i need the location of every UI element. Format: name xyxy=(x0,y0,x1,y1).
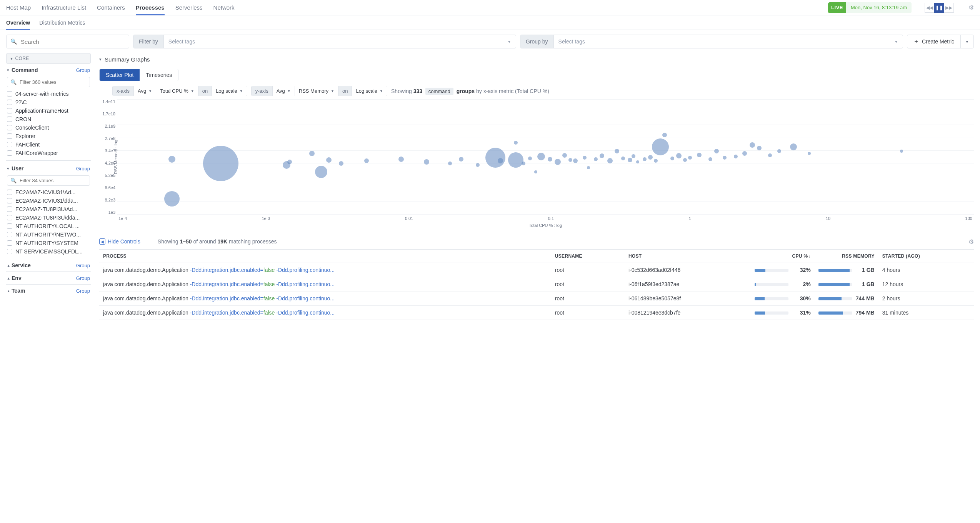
x-metric-select[interactable]: Total CPU %▼ xyxy=(156,86,198,96)
step-forward-button[interactable]: ▶▶ xyxy=(944,3,954,13)
col-started[interactable]: STARTED (AGO) xyxy=(878,250,974,263)
scatter-point[interactable] xyxy=(654,159,658,163)
scatter-point[interactable] xyxy=(670,157,674,160)
checkbox[interactable] xyxy=(7,232,12,237)
col-cpu[interactable]: CPU %↓ xyxy=(751,250,815,263)
scatter-point[interactable] xyxy=(750,142,755,148)
checkbox[interactable] xyxy=(7,207,12,212)
command-tag[interactable]: command xyxy=(425,88,453,95)
create-metric-main[interactable]: ＋ Create Metric xyxy=(907,35,960,48)
scatter-point[interactable] xyxy=(583,156,587,160)
chart-tab-timeseries[interactable]: Timeseries xyxy=(140,69,178,81)
facet-user-header[interactable]: ▾ User Group xyxy=(6,162,91,175)
top-tab-host-map[interactable]: Host Map xyxy=(6,0,31,15)
col-host[interactable]: HOST xyxy=(625,250,751,263)
scatter-point[interactable] xyxy=(573,158,578,163)
col-rss[interactable]: RSS MEMORY xyxy=(815,250,878,263)
settings-gear-icon[interactable]: ⚙ xyxy=(968,4,974,11)
facet-service-header[interactable]: ▸ServiceGroup xyxy=(6,259,91,271)
y-agg-select[interactable]: Avg▼ xyxy=(272,86,295,96)
facet-command-item[interactable]: CRON xyxy=(7,115,90,123)
scatter-point[interactable] xyxy=(514,141,518,145)
checkbox[interactable] xyxy=(7,108,12,113)
facet-user-item[interactable]: NT AUTHORITY\SYSTEM xyxy=(7,239,90,247)
scatter-point[interactable] xyxy=(742,151,747,156)
scatter-point[interactable] xyxy=(168,156,175,163)
scatter-point[interactable] xyxy=(662,133,667,137)
step-back-button[interactable]: ◀◀ xyxy=(925,3,935,13)
checkbox[interactable] xyxy=(7,133,12,139)
scatter-point[interactable] xyxy=(287,160,292,164)
checkbox[interactable] xyxy=(7,100,12,105)
scatter-point[interactable] xyxy=(628,158,632,162)
table-settings-gear-icon[interactable]: ⚙ xyxy=(968,238,974,245)
scatter-point[interactable] xyxy=(548,157,552,162)
facet-team-header[interactable]: ▸TeamGroup xyxy=(6,284,91,297)
scatter-point[interactable] xyxy=(757,146,762,150)
scatter-point[interactable] xyxy=(315,166,327,178)
scatter-point[interactable] xyxy=(636,160,639,163)
pause-button[interactable]: ❚❚ xyxy=(934,3,944,13)
col-username[interactable]: USERNAME xyxy=(551,250,625,263)
scatter-point[interactable] xyxy=(600,153,604,158)
top-tab-serverless[interactable]: Serverless xyxy=(175,0,203,15)
scatter-point[interactable] xyxy=(688,156,692,160)
hide-controls-button[interactable]: ◀ Hide Controls xyxy=(99,238,140,245)
create-metric-dropdown[interactable]: ▼ xyxy=(960,35,973,48)
top-tab-network[interactable]: Network xyxy=(213,0,235,15)
checkbox[interactable] xyxy=(7,190,12,195)
group-by-select[interactable]: Select tags▼ xyxy=(554,35,903,48)
facet-user-item[interactable]: NT AUTHORITY\LOCAL ... xyxy=(7,222,90,230)
scatter-point[interactable] xyxy=(683,158,687,162)
facet-command-filter[interactable]: 🔍 xyxy=(7,77,90,87)
scatter-point[interactable] xyxy=(697,153,702,157)
col-process[interactable]: PROCESS xyxy=(99,250,551,263)
scatter-point[interactable] xyxy=(534,170,537,173)
facet-user-item[interactable]: NT SERVICE\MSSQLFDL... xyxy=(7,247,90,256)
scatter-point[interactable] xyxy=(900,150,903,153)
facet-user-item[interactable]: EC2AMAZ-ICVIU31\Ad... xyxy=(7,188,90,197)
checkbox[interactable] xyxy=(7,117,12,122)
facet-user-item[interactable]: NT AUTHORITY\NETWO... xyxy=(7,230,90,239)
scatter-point[interactable] xyxy=(632,154,635,158)
facet-command-item[interactable]: ApplicationFrameHost xyxy=(7,107,90,115)
sub-tab-overview[interactable]: Overview xyxy=(6,15,30,30)
group-link[interactable]: Group xyxy=(76,288,90,294)
x-scale-select[interactable]: Log scale▼ xyxy=(212,86,247,96)
summary-header[interactable]: ▾ Summary Graphs xyxy=(99,53,974,66)
scatter-point[interactable] xyxy=(714,149,719,153)
checkbox[interactable] xyxy=(7,150,12,156)
scatter-point[interactable] xyxy=(648,155,653,160)
facet-env-header[interactable]: ▸EnvGroup xyxy=(6,271,91,284)
scatter-point[interactable] xyxy=(326,157,332,163)
scatter-point[interactable] xyxy=(309,151,315,156)
group-link[interactable]: Group xyxy=(76,275,90,281)
scatter-point[interactable] xyxy=(398,157,404,162)
scatter-point[interactable] xyxy=(607,158,613,163)
scatter-point[interactable] xyxy=(508,152,523,168)
scatter-point[interactable] xyxy=(723,156,727,160)
scatter-point[interactable] xyxy=(364,158,369,163)
checkbox[interactable] xyxy=(7,240,12,246)
scatter-point[interactable] xyxy=(790,143,797,150)
scatter-point[interactable] xyxy=(555,159,561,165)
checkbox[interactable] xyxy=(7,91,12,97)
group-link[interactable]: Group xyxy=(76,263,90,268)
facet-command-filter-input[interactable] xyxy=(19,79,87,85)
y-metric-select[interactable]: RSS Memory▼ xyxy=(295,86,338,96)
group-link[interactable]: Group xyxy=(76,166,90,172)
checkbox[interactable] xyxy=(7,223,12,229)
facet-command-item[interactable]: Explorer xyxy=(7,132,90,140)
facet-user-item[interactable]: EC2AMAZ-TU8PI3U\dda... xyxy=(7,213,90,222)
chart-tab-scatter-plot[interactable]: Scatter Plot xyxy=(100,69,140,81)
scatter-point[interactable] xyxy=(777,149,781,153)
checkbox[interactable] xyxy=(7,249,12,254)
scatter-point[interactable] xyxy=(203,146,238,181)
table-row[interactable]: java com.datadog.demo.Application -Ddd.i… xyxy=(99,291,974,306)
scatter-point[interactable] xyxy=(522,162,525,165)
scatter-point[interactable] xyxy=(498,158,503,163)
facet-command-item[interactable]: FAHClient xyxy=(7,140,90,149)
scatter-point[interactable] xyxy=(339,161,343,166)
table-row[interactable]: java com.datadog.demo.Application -Ddd.i… xyxy=(99,306,974,320)
checkbox[interactable] xyxy=(7,215,12,220)
